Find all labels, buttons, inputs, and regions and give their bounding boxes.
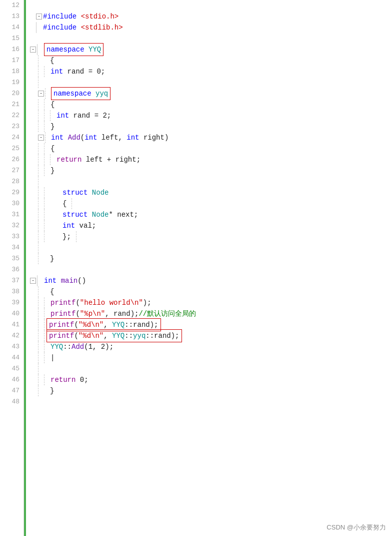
- code-line-48: [30, 396, 392, 407]
- line-num-30: 30: [0, 198, 20, 209]
- line-num-18: 18: [0, 66, 20, 77]
- code-container: 12 13 14 15 16 17 18 19 20 21 22 23 24 2…: [0, 0, 392, 536]
- code-line-34: [30, 242, 392, 253]
- line-num-26: 26: [0, 154, 20, 165]
- code-line-25: {: [30, 143, 392, 154]
- kw-printf-41: printf: [49, 319, 74, 330]
- str-percent-d-42: "%d\n": [78, 330, 104, 341]
- code-line-41: printf ( "%d\n" , YYQ ::rand);: [30, 319, 392, 330]
- line-num-28: 28: [0, 176, 20, 187]
- line-num-46: 46: [0, 374, 20, 385]
- kw-return-26: return: [56, 154, 82, 165]
- kw-include-14: #include: [43, 22, 76, 33]
- code-line-33: };: [30, 231, 392, 242]
- str-stdio: <stdio.h>: [81, 11, 119, 22]
- name-yyq-outer: YYQ: [88, 44, 101, 55]
- line-num-19: 19: [0, 77, 20, 88]
- name-yyq-inner-42: yyq: [133, 330, 146, 341]
- code-line-45: [30, 363, 392, 374]
- code-line-40: printf ( "%p\n" , rand); //默认访问全局的: [30, 308, 392, 319]
- name-yyq-43: YYQ: [50, 341, 63, 352]
- name-yyq-41: YYQ: [112, 319, 124, 330]
- code-line-30: {: [30, 198, 392, 209]
- line-num-42: 42: [0, 330, 20, 341]
- kw-int-37: int: [44, 275, 56, 286]
- line-num-17: 17: [0, 55, 20, 66]
- comment-40: //默认访问全局的: [138, 308, 196, 319]
- code-line-15: [30, 33, 392, 44]
- name-node-29: Node: [92, 187, 109, 198]
- code-line-32: int val;: [30, 220, 392, 231]
- name-yyq-inner: yyq: [96, 88, 108, 99]
- fold-icon-20[interactable]: -: [38, 91, 44, 97]
- kw-struct-31: struct: [62, 209, 88, 220]
- name-main: main: [61, 275, 78, 286]
- code-line-31: struct Node * next;: [30, 209, 392, 220]
- line-num-24: 24: [0, 132, 20, 143]
- code-line-26: return left + right;: [30, 154, 392, 165]
- brace-close-23: }: [50, 121, 54, 132]
- name-node-31: Node: [92, 209, 109, 220]
- code-area: - #include <stdio.h> #include <stdlib.h>…: [26, 0, 392, 536]
- line-num-47: 47: [0, 385, 20, 396]
- kw-int-22: int: [56, 110, 69, 121]
- code-val: val;: [75, 220, 96, 231]
- line-num-15: 15: [0, 33, 20, 44]
- code-main-parens: (): [78, 275, 86, 286]
- line-num-27: 27: [0, 165, 20, 176]
- kw-struct-29: struct: [62, 187, 88, 198]
- line-num-32: 32: [0, 220, 20, 231]
- line-num-38: 38: [0, 286, 20, 297]
- code-node-ptr: * next;: [108, 209, 138, 220]
- line-num-48: 48: [0, 396, 20, 407]
- line-num-39: 39: [0, 297, 20, 308]
- kw-printf-42: printf: [49, 330, 74, 341]
- line-num-20: 20: [0, 88, 20, 99]
- line-num-35: 35: [0, 253, 20, 264]
- kw-namespace-outer: namespace: [46, 44, 84, 55]
- brace-close-35: }: [50, 253, 54, 264]
- line-num-36: 36: [0, 264, 20, 275]
- fold-icon-16[interactable]: -: [30, 47, 36, 53]
- str-stdlib: <stdlib.h>: [81, 22, 123, 33]
- code-return-26: left + right;: [82, 154, 140, 165]
- code-line-28: [30, 176, 392, 187]
- fold-icon-13[interactable]: -: [36, 14, 42, 20]
- line-num-45: 45: [0, 363, 20, 374]
- kw-int-24b: int: [84, 132, 97, 143]
- brace-open-21: {: [50, 99, 54, 110]
- kw-namespace-inner: namespace: [54, 88, 92, 99]
- line-num-22: 22: [0, 110, 20, 121]
- kw-printf-40: printf: [50, 308, 76, 319]
- code-line-29: struct Node: [30, 187, 392, 198]
- brace-close-47: }: [50, 385, 54, 396]
- line-num-23: 23: [0, 121, 20, 132]
- kw-return-46: return: [50, 374, 76, 385]
- code-line-21: {: [30, 99, 392, 110]
- code-rand-22: rand = 2;: [69, 110, 111, 121]
- kw-include-13: #include: [43, 11, 76, 22]
- code-line-43: YYQ :: Add (1, 2);: [30, 341, 392, 352]
- line-numbers: 12 13 14 15 16 17 18 19 20 21 22 23 24 2…: [0, 0, 24, 536]
- code-line-14: #include <stdlib.h>: [30, 22, 392, 33]
- kw-int-24: int: [51, 132, 64, 143]
- line-num-34: 34: [0, 242, 20, 253]
- name-add-43: Add: [72, 341, 84, 352]
- fold-icon-24[interactable]: -: [38, 135, 44, 141]
- code-line-17: {: [30, 55, 392, 66]
- code-line-36: [30, 264, 392, 275]
- fold-icon-37[interactable]: -: [30, 278, 36, 284]
- line-num-44: 44: [0, 352, 20, 363]
- line-num-31: 31: [0, 209, 20, 220]
- code-line-23: }: [30, 121, 392, 132]
- code-line-13: - #include <stdio.h>: [30, 11, 392, 22]
- line-num-13: 13: [0, 11, 20, 22]
- code-line-42: printf ( "%d\n" , YYQ :: yyq ::rand);: [30, 330, 392, 341]
- code-line-22: int rand = 2;: [30, 110, 392, 121]
- code-line-37: - int main (): [30, 275, 392, 286]
- code-line-24: - int Add ( int left, int right): [30, 132, 392, 143]
- code-line-39: printf ( "hello world\n" );: [30, 297, 392, 308]
- line-num-40: 40: [0, 308, 20, 319]
- code-line-18: int rand = 0;: [30, 66, 392, 77]
- brace-open-17: {: [50, 55, 54, 66]
